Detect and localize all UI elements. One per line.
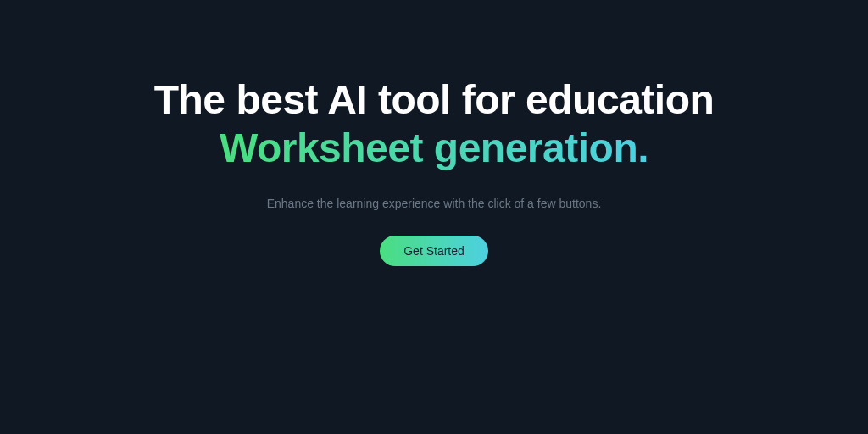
hero-section: The best AI tool for education Worksheet… (0, 0, 868, 266)
headline-secondary: Worksheet generation. (220, 125, 648, 171)
hero-subtitle: Enhance the learning experience with the… (267, 197, 602, 210)
get-started-button[interactable]: Get Started (380, 236, 488, 266)
headline-primary: The best AI tool for education (154, 76, 715, 123)
